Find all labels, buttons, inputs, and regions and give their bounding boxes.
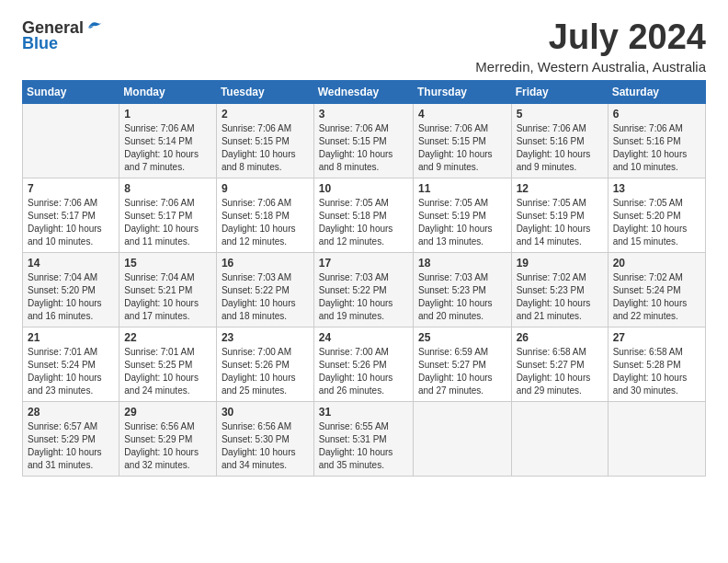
day-info: Sunrise: 7:05 AM Sunset: 5:19 PM Dayligh…: [517, 197, 603, 248]
calendar-cell: 3Sunrise: 7:06 AM Sunset: 5:15 PM Daylig…: [313, 103, 413, 178]
day-number: 11: [418, 182, 506, 195]
day-number: 26: [517, 331, 603, 344]
day-info: Sunrise: 7:03 AM Sunset: 5:22 PM Dayligh…: [319, 271, 408, 323]
day-number: 30: [222, 406, 309, 419]
day-info: Sunrise: 7:05 AM Sunset: 5:19 PM Dayligh…: [418, 197, 506, 248]
location-label: Merredin, Western Australia, Australia: [475, 59, 706, 75]
day-info: Sunrise: 7:06 AM Sunset: 5:15 PM Dayligh…: [222, 122, 309, 174]
calendar-cell: 5Sunrise: 7:06 AM Sunset: 5:16 PM Daylig…: [511, 103, 608, 178]
day-info: Sunrise: 7:06 AM Sunset: 5:15 PM Dayligh…: [418, 122, 506, 174]
day-number: 2: [222, 108, 309, 121]
calendar-cell: [608, 401, 705, 476]
calendar-cell: 24Sunrise: 7:00 AM Sunset: 5:26 PM Dayli…: [313, 327, 413, 401]
day-number: 13: [613, 182, 700, 195]
day-info: Sunrise: 7:04 AM Sunset: 5:21 PM Dayligh…: [124, 271, 211, 323]
col-header-wednesday: Wednesday: [313, 80, 413, 103]
calendar-cell: 11Sunrise: 7:05 AM Sunset: 5:19 PM Dayli…: [413, 178, 511, 252]
day-number: 5: [517, 108, 603, 121]
day-info: Sunrise: 7:02 AM Sunset: 5:23 PM Dayligh…: [517, 271, 603, 323]
day-info: Sunrise: 6:58 AM Sunset: 5:28 PM Dayligh…: [613, 346, 700, 397]
calendar-cell: 7Sunrise: 7:06 AM Sunset: 5:17 PM Daylig…: [23, 178, 119, 252]
day-number: 14: [28, 257, 114, 270]
calendar-cell: 20Sunrise: 7:02 AM Sunset: 5:24 PM Dayli…: [608, 252, 705, 327]
calendar-cell: 22Sunrise: 7:01 AM Sunset: 5:25 PM Dayli…: [119, 327, 217, 401]
day-info: Sunrise: 7:06 AM Sunset: 5:18 PM Dayligh…: [222, 197, 309, 248]
day-number: 4: [418, 108, 506, 121]
day-info: Sunrise: 7:04 AM Sunset: 5:20 PM Dayligh…: [28, 271, 114, 323]
day-info: Sunrise: 7:01 AM Sunset: 5:24 PM Dayligh…: [28, 346, 114, 397]
col-header-thursday: Thursday: [413, 80, 511, 103]
calendar-cell: 30Sunrise: 6:56 AM Sunset: 5:30 PM Dayli…: [216, 401, 313, 476]
day-info: Sunrise: 7:05 AM Sunset: 5:20 PM Dayligh…: [613, 197, 700, 248]
day-number: 22: [124, 331, 211, 344]
day-number: 23: [222, 331, 309, 344]
calendar-cell: 1Sunrise: 7:06 AM Sunset: 5:14 PM Daylig…: [119, 103, 217, 178]
col-header-monday: Monday: [119, 80, 217, 103]
calendar-cell: 27Sunrise: 6:58 AM Sunset: 5:28 PM Dayli…: [608, 327, 705, 401]
day-info: Sunrise: 7:06 AM Sunset: 5:16 PM Dayligh…: [613, 122, 700, 174]
calendar-cell: [23, 103, 119, 178]
calendar-cell: 6Sunrise: 7:06 AM Sunset: 5:16 PM Daylig…: [608, 103, 705, 178]
day-info: Sunrise: 7:00 AM Sunset: 5:26 PM Dayligh…: [319, 346, 408, 397]
calendar-cell: 9Sunrise: 7:06 AM Sunset: 5:18 PM Daylig…: [216, 178, 313, 252]
day-number: 25: [418, 331, 506, 344]
calendar-cell: 29Sunrise: 6:56 AM Sunset: 5:29 PM Dayli…: [119, 401, 217, 476]
calendar-cell: 23Sunrise: 7:00 AM Sunset: 5:26 PM Dayli…: [216, 327, 313, 401]
col-header-saturday: Saturday: [608, 80, 705, 103]
day-info: Sunrise: 6:56 AM Sunset: 5:30 PM Dayligh…: [222, 420, 309, 472]
logo-blue-text: Blue: [22, 34, 58, 53]
day-info: Sunrise: 7:06 AM Sunset: 5:14 PM Dayligh…: [124, 122, 211, 174]
day-number: 27: [613, 331, 700, 344]
calendar-cell: 2Sunrise: 7:06 AM Sunset: 5:15 PM Daylig…: [216, 103, 313, 178]
calendar-cell: 19Sunrise: 7:02 AM Sunset: 5:23 PM Dayli…: [511, 252, 608, 327]
calendar-cell: 18Sunrise: 7:03 AM Sunset: 5:23 PM Dayli…: [413, 252, 511, 327]
day-number: 28: [28, 406, 114, 419]
day-number: 7: [28, 182, 114, 195]
day-info: Sunrise: 6:58 AM Sunset: 5:27 PM Dayligh…: [517, 346, 603, 397]
calendar-cell: 8Sunrise: 7:06 AM Sunset: 5:17 PM Daylig…: [119, 178, 217, 252]
calendar-header-row: SundayMondayTuesdayWednesdayThursdayFrid…: [23, 80, 706, 103]
day-info: Sunrise: 7:05 AM Sunset: 5:18 PM Dayligh…: [319, 197, 408, 248]
day-number: 8: [124, 182, 211, 195]
logo-bird-icon: [85, 18, 105, 35]
calendar-cell: 15Sunrise: 7:04 AM Sunset: 5:21 PM Dayli…: [119, 252, 217, 327]
logo: General Blue: [22, 18, 105, 53]
calendar-cell: 14Sunrise: 7:04 AM Sunset: 5:20 PM Dayli…: [23, 252, 119, 327]
col-header-tuesday: Tuesday: [216, 80, 313, 103]
day-info: Sunrise: 7:02 AM Sunset: 5:24 PM Dayligh…: [613, 271, 700, 323]
day-number: 29: [124, 406, 211, 419]
calendar-cell: 31Sunrise: 6:55 AM Sunset: 5:31 PM Dayli…: [313, 401, 413, 476]
day-info: Sunrise: 7:06 AM Sunset: 5:15 PM Dayligh…: [319, 122, 408, 174]
calendar-cell: 17Sunrise: 7:03 AM Sunset: 5:22 PM Dayli…: [313, 252, 413, 327]
day-info: Sunrise: 7:06 AM Sunset: 5:16 PM Dayligh…: [517, 122, 603, 174]
calendar-cell: 16Sunrise: 7:03 AM Sunset: 5:22 PM Dayli…: [216, 252, 313, 327]
month-title: July 2024: [475, 18, 706, 57]
calendar-cell: 12Sunrise: 7:05 AM Sunset: 5:19 PM Dayli…: [511, 178, 608, 252]
day-number: 31: [319, 406, 408, 419]
day-info: Sunrise: 7:06 AM Sunset: 5:17 PM Dayligh…: [28, 197, 114, 248]
calendar-cell: 10Sunrise: 7:05 AM Sunset: 5:18 PM Dayli…: [313, 178, 413, 252]
col-header-friday: Friday: [511, 80, 608, 103]
day-info: Sunrise: 6:57 AM Sunset: 5:29 PM Dayligh…: [28, 420, 114, 472]
day-info: Sunrise: 7:00 AM Sunset: 5:26 PM Dayligh…: [222, 346, 309, 397]
calendar-cell: 21Sunrise: 7:01 AM Sunset: 5:24 PM Dayli…: [23, 327, 119, 401]
day-number: 3: [319, 108, 408, 121]
day-info: Sunrise: 6:55 AM Sunset: 5:31 PM Dayligh…: [319, 420, 408, 472]
day-number: 15: [124, 257, 211, 270]
day-info: Sunrise: 7:03 AM Sunset: 5:23 PM Dayligh…: [418, 271, 506, 323]
page-header: General Blue July 2024 Merredin, Western…: [22, 18, 706, 75]
calendar-cell: [511, 401, 608, 476]
calendar-table: SundayMondayTuesdayWednesdayThursdayFrid…: [22, 80, 706, 477]
week-row-1: 1Sunrise: 7:06 AM Sunset: 5:14 PM Daylig…: [23, 103, 706, 178]
calendar-cell: 4Sunrise: 7:06 AM Sunset: 5:15 PM Daylig…: [413, 103, 511, 178]
day-info: Sunrise: 7:01 AM Sunset: 5:25 PM Dayligh…: [124, 346, 211, 397]
day-number: 16: [222, 257, 309, 270]
calendar-cell: 25Sunrise: 6:59 AM Sunset: 5:27 PM Dayli…: [413, 327, 511, 401]
col-header-sunday: Sunday: [23, 80, 119, 103]
day-number: 20: [613, 257, 700, 270]
day-info: Sunrise: 7:03 AM Sunset: 5:22 PM Dayligh…: [222, 271, 309, 323]
calendar-cell: [413, 401, 511, 476]
day-number: 9: [222, 182, 309, 195]
day-info: Sunrise: 6:59 AM Sunset: 5:27 PM Dayligh…: [418, 346, 506, 397]
day-number: 18: [418, 257, 506, 270]
